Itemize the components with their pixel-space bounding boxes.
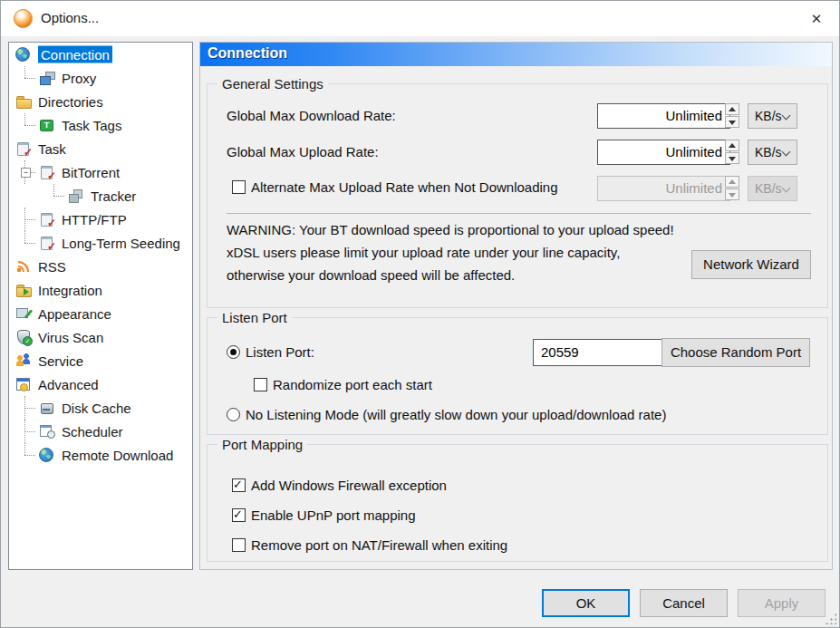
no-listening-mode-radio[interactable] [227, 408, 240, 421]
advanced-icon [15, 376, 32, 392]
sidebar-item-scheduler[interactable]: Scheduler [9, 420, 192, 443]
checkbox-label: Add Windows Firewall exception [251, 478, 447, 493]
section-header: Connection [200, 43, 832, 66]
spinner-up-icon[interactable] [725, 103, 739, 115]
remove-port-on-nat-firewall-when-exiting-checkbox[interactable] [232, 538, 246, 552]
close-icon[interactable]: ✕ [806, 9, 826, 29]
alternate-rate-unit-select: KB/s [748, 176, 797, 201]
sidebar-item-label: BitTorrent [62, 165, 120, 180]
sidebar-item-task[interactable]: Task [9, 137, 192, 160]
sidebar-item-label: Long-Term Seeding [62, 236, 180, 251]
sidebar-item-label: Advanced [38, 377, 99, 392]
sidebar-item-disk-cache[interactable]: Disk Cache [9, 396, 192, 420]
cancel-button[interactable]: Cancel [640, 589, 728, 617]
port-mapping-group: Port Mapping Add Windows Firewall except… [207, 444, 828, 562]
upload-rate-unit-select[interactable]: KB/s [748, 140, 797, 165]
clipboard-icon [39, 164, 55, 180]
tree-connector [24, 231, 25, 243]
main-panel: Connection General Settings Global Max D… [199, 42, 833, 570]
warning-line: xDSL users please limit your upload rate… [227, 241, 674, 264]
window-title: Options... [41, 10, 99, 25]
sidebar-item-label: Appearance [38, 306, 111, 322]
warning-line: WARNING: Your BT download speed is propo… [227, 218, 674, 241]
add-windows-firewall-exception-checkbox[interactable] [232, 478, 246, 492]
tree-connector [24, 113, 25, 125]
proxy-icon [39, 70, 55, 86]
global-max-download-rate-input[interactable]: Unlimited [597, 103, 730, 129]
folder-icon [15, 93, 32, 110]
alternate-rate-spinner [725, 176, 739, 201]
title-bar: Options... ✕ [1, 1, 839, 36]
sidebar-item-label: HTTP/FTP [62, 212, 127, 227]
sidebar-item-http-ftp[interactable]: HTTP/FTP [9, 208, 192, 231]
randomize-port-checkbox[interactable] [254, 378, 267, 391]
resize-grip[interactable] [825, 613, 836, 624]
general-settings-legend: General Settings [217, 76, 328, 92]
sidebar-item-tracker[interactable]: Tracker [9, 184, 192, 208]
sidebar-item-label: Task [38, 141, 66, 157]
enable-upnp-port-mapping-checkbox[interactable] [232, 508, 246, 522]
listen-port-radio-label: Listen Port: [246, 344, 314, 360]
options-tree: ConnectionProxyDirectoriesTask TagsTask−… [8, 42, 193, 570]
apply-button: Apply [738, 589, 826, 617]
sidebar-item-proxy[interactable]: Proxy [9, 66, 192, 90]
tree-connector [24, 408, 35, 409]
sidebar-item-task-tags[interactable]: Task Tags [9, 113, 192, 137]
sidebar-item-appearance[interactable]: Appearance [9, 302, 192, 325]
download-rate-unit-select[interactable]: KB/s [748, 103, 797, 129]
upload-rate-spinner[interactable] [725, 140, 739, 165]
checkbox-label: Enable UPnP port mapping [251, 507, 416, 523]
bitcomet-logo-icon [14, 9, 33, 28]
global-max-download-rate-label: Global Max Download Rate: [227, 108, 396, 123]
alternate-rate-checkbox[interactable] [232, 180, 246, 194]
globe-icon [39, 448, 53, 462]
sidebar-item-rss[interactable]: RSS [9, 255, 192, 278]
spinner-down-icon[interactable] [725, 152, 739, 164]
sidebar-item-integration[interactable]: Integration [9, 278, 192, 302]
sidebar-item-service[interactable]: Service [9, 349, 192, 372]
clipboard-icon [39, 211, 55, 227]
ok-button[interactable]: OK [542, 589, 630, 617]
tree-connector [24, 66, 25, 78]
sidebar-item-label: Connection [38, 46, 112, 63]
globe-network-icon [15, 47, 30, 62]
listen-port-input[interactable]: 20559 [533, 339, 662, 366]
divider [227, 213, 811, 214]
rss-icon [15, 258, 32, 275]
page-title: Connection [208, 45, 287, 62]
options-dialog: Options... ✕ ConnectionProxyDirectoriesT… [0, 0, 840, 628]
shield-icon [15, 329, 32, 345]
randomize-port-label: Randomize port each start [273, 377, 432, 392]
checkbox-label: Remove port on NAT/Firewall when exiting [251, 537, 507, 553]
sidebar-item-label: Task Tags [62, 118, 121, 133]
sidebar-item-advanced[interactable]: Advanced [9, 372, 192, 396]
arrow-icon [24, 288, 29, 295]
global-max-upload-rate-input[interactable]: Unlimited [597, 140, 730, 165]
listen-port-radio[interactable] [227, 345, 240, 359]
alternate-rate-label: Alternate Max Upload Rate when Not Downl… [251, 179, 558, 195]
clipboard-icon [39, 235, 55, 251]
tree-connector [53, 184, 54, 196]
spinner-down-icon[interactable] [725, 116, 739, 128]
spinner-down-icon [725, 188, 739, 200]
sidebar-item-connection[interactable]: Connection [9, 43, 192, 66]
sidebar-item-bittorrent[interactable]: −BitTorrent [9, 160, 192, 184]
sidebar-item-long-term-seeding[interactable]: Long-Term Seeding [9, 231, 192, 255]
network-wizard-button[interactable]: Network Wizard [691, 250, 811, 279]
sidebar-item-remote-download[interactable]: Remote Download [9, 443, 192, 467]
folder-arrow-icon [15, 282, 32, 298]
listen-port-group: Listen Port Listen Port: 20559 Choose Ra… [207, 317, 828, 435]
tree-connector [24, 431, 35, 432]
appearance-icon [15, 305, 32, 322]
no-listening-mode-label: No Listening Mode (will greatly slow dow… [246, 407, 666, 422]
choose-random-port-button[interactable]: Choose Random Port [661, 338, 810, 367]
sidebar-item-virus-scan[interactable]: Virus Scan [9, 325, 192, 349]
sidebar-item-directories[interactable]: Directories [9, 90, 192, 113]
spinner-up-icon[interactable] [725, 140, 739, 151]
sidebar-item-label: RSS [38, 259, 66, 275]
tree-connector [24, 455, 35, 456]
tree-collapse-icon[interactable]: − [21, 168, 31, 178]
sidebar-item-label: Scheduler [62, 424, 123, 440]
sidebar-item-label: Tracker [91, 188, 136, 204]
download-rate-spinner[interactable] [725, 103, 739, 129]
